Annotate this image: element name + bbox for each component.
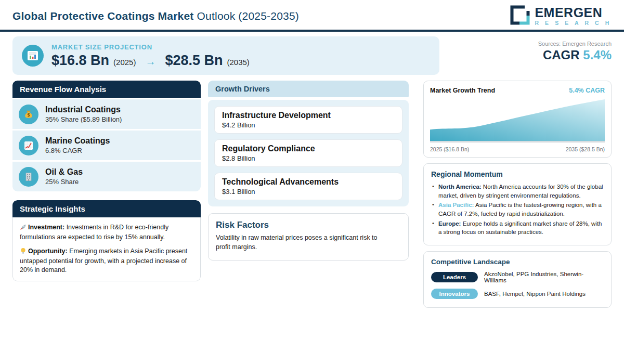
revenue-flow-panel: Revenue Flow Analysis $ Industrial Coati… [12,81,201,191]
page-title-bold: Global Protective Coatings Market [12,10,194,22]
header: Global Protective Coatings Market Outloo… [0,0,624,30]
building-icon [19,167,38,187]
driver-card: Infrastructure Development $4.2 Billion [214,106,402,134]
list-item: $ Industrial Coatings 35% Share ($5.89 B… [12,99,201,129]
table-row: Leaders AkzoNobel, PPG Industries, Sherw… [431,271,604,283]
svg-text:$: $ [27,113,30,118]
projection-start-value: $16.8 Bn [51,53,109,69]
regional-momentum-card: Regional Momentum North America: North A… [423,163,612,245]
projection-label: MARKET SIZE PROJECTION [51,43,250,51]
cagr-block: Sources: Emergen Research CAGR 5.4% [439,36,612,62]
competitive-landscape-card: Competitive Landscape Leaders AkzoNobel,… [423,251,612,308]
growth-drivers-panel: Growth Drivers Infrastructure Developmen… [208,81,409,206]
region-label: Europe: [438,220,461,227]
sources-note: Sources: Emergen Research [439,41,612,47]
insight-item: Investment: Investments in R&D for eco-f… [20,223,193,242]
risk-factors-card: Risk Factors Volatility in raw material … [208,213,409,261]
insight-label: Investment: [28,224,64,231]
risk-factors-title: Risk Factors [216,220,401,230]
arrow-right-icon: → [145,56,155,68]
list-item: Asia Pacific: Asia Pacific is the fastes… [431,201,604,218]
rocket-icon [20,224,27,233]
bar-chart-icon [22,45,44,67]
projection-text: MARKET SIZE PROJECTION $16.8 Bn (2025) →… [51,43,250,69]
innovators-badge: Innovators [431,289,478,299]
trend-cagr: 5.4% CAGR [569,87,605,94]
page-title: Global Protective Coatings Market Outloo… [12,10,299,22]
strategic-insights-header: Strategic Insights [12,200,201,217]
growth-drivers-body: Infrastructure Development $4.2 Billion … [208,100,409,206]
right-column: Market Growth Trend 5.4% CAGR 2025 ($16.… [423,81,612,308]
trend-end-label: 2035 ($28.5 Bn) [566,146,605,152]
market-size-section: MARKET SIZE PROJECTION $16.8 Bn (2025) →… [0,32,624,75]
segment-title: Oil & Gas [45,167,83,177]
cagr-line: CAGR 5.4% [439,48,612,62]
logo-text: EMERGEN R E S E A R C H [535,6,612,26]
segment-title: Marine Coatings [45,136,110,146]
chart-up-icon [19,136,38,155]
revenue-flow-header: Revenue Flow Analysis [12,81,201,98]
market-size-banner: MARKET SIZE PROJECTION $16.8 Bn (2025) →… [12,36,439,75]
projection-values: $16.8 Bn (2025) → $28.5 Bn (2035) [51,53,250,69]
competitive-landscape-title: Competitive Landscape [431,258,604,266]
main-content: Revenue Flow Analysis $ Industrial Coati… [0,75,624,308]
region-label: Asia Pacific: [438,202,474,208]
logo-subtitle: R E S E A R C H [535,20,612,26]
emergen-logo: EMERGEN R E S E A R C H [510,5,612,28]
logo-name: EMERGEN [535,6,612,19]
trend-axis-labels: 2025 ($16.8 Bn) 2035 ($28.5 Bn) [430,146,605,152]
leaders-badge: Leaders [431,272,478,282]
driver-title: Infrastructure Development [222,111,395,120]
trend-title: Market Growth Trend [430,87,495,94]
list-item: Oil & Gas 25% Share [12,162,201,191]
driver-value: $3.1 Billion [222,188,395,196]
logo-square-icon [510,5,530,28]
table-row: Innovators BASF, Hempel, Nippon Paint Ho… [431,289,604,299]
driver-value: $2.8 Billion [222,154,395,162]
page-title-regular: Outlook (2025-2035) [194,10,299,22]
list-item-text: Oil & Gas 25% Share [45,167,83,186]
list-item: North America: North America accounts fo… [431,183,604,200]
cagr-value: 5.4% [583,48,612,62]
driver-value: $4.2 Billion [222,121,395,129]
segment-title: Industrial Coatings [45,105,122,114]
area-chart [430,98,605,144]
segment-stat: 35% Share ($5.89 Billion) [45,115,122,123]
left-column: Revenue Flow Analysis $ Industrial Coati… [12,81,201,281]
projection-start-year: (2025) [113,58,136,67]
driver-card: Technological Advancements $3.1 Billion [214,173,402,200]
projection-end-year: (2035) [227,58,249,67]
region-label: North America: [438,184,482,190]
trend-header: Market Growth Trend 5.4% CAGR [430,87,605,94]
money-bag-icon: $ [19,105,38,124]
middle-column: Growth Drivers Infrastructure Developmen… [208,81,409,261]
regional-momentum-title: Regional Momentum [431,170,604,178]
list-item-text: Marine Coatings 6.8% CAGR [45,136,110,154]
list-item-text: Industrial Coatings 35% Share ($5.89 Bil… [45,105,122,123]
market-growth-trend-card: Market Growth Trend 5.4% CAGR 2025 ($16.… [423,81,612,158]
list-item: Marine Coatings 6.8% CAGR [12,131,201,160]
leaders-companies: AkzoNobel, PPG Industries, Sherwin-Willi… [484,271,604,283]
infographic-page: Global Protective Coatings Market Outloo… [0,0,624,364]
insight-label: Opportunity: [28,248,68,255]
projection-end-value: $28.5 Bn [165,53,223,69]
innovators-companies: BASF, Hempel, Nippon Paint Holdings [484,291,586,297]
bulb-icon [20,248,27,257]
strategic-insights-body: Investment: Investments in R&D for eco-f… [12,217,201,281]
region-text: Europe holds a significant market share … [438,220,602,236]
list-item: Europe: Europe holds a significant marke… [431,219,604,237]
driver-title: Regulatory Compliance [222,144,395,153]
risk-factors-text: Volatility in raw material prices poses … [216,233,387,252]
driver-card: Regulatory Compliance $2.8 Billion [214,139,402,167]
segment-stat: 25% Share [45,178,83,186]
regional-list: North America: North America accounts fo… [431,183,604,237]
insight-item: Opportunity: Emerging markets in Asia Pa… [20,247,193,275]
segment-stat: 6.8% CAGR [45,147,110,154]
strategic-insights-panel: Strategic Insights Investment: Investmen… [12,200,201,281]
driver-title: Technological Advancements [222,177,395,187]
cagr-label: CAGR [543,48,583,62]
growth-drivers-header: Growth Drivers [208,81,409,97]
trend-start-label: 2025 ($16.8 Bn) [430,146,469,152]
